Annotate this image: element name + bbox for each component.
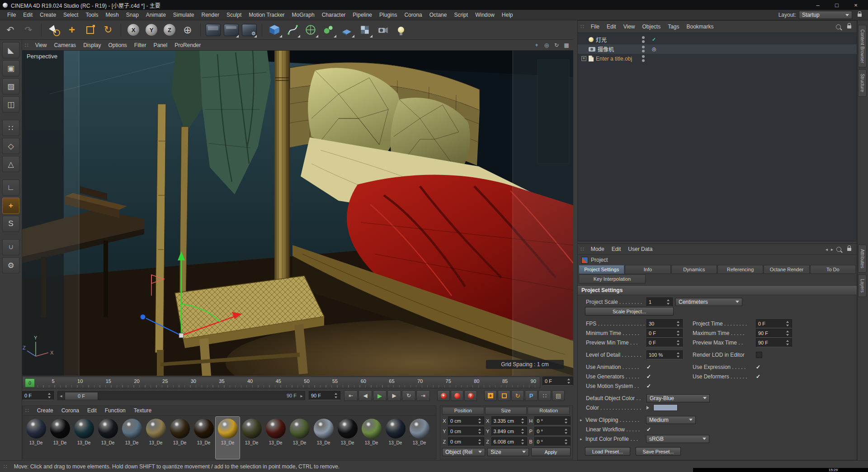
autokey-button[interactable] bbox=[451, 390, 463, 401]
make-editable-button[interactable]: ◣ bbox=[2, 42, 19, 58]
level-of-detail-field[interactable]: 100 % bbox=[646, 350, 683, 359]
lock-y-button[interactable]: Y bbox=[143, 21, 160, 38]
menu-item[interactable]: Snap bbox=[123, 12, 142, 18]
menu-item[interactable]: Edit bbox=[19, 12, 36, 18]
material-item[interactable]: 13_De bbox=[407, 417, 431, 459]
menu-item[interactable]: Script bbox=[450, 12, 472, 18]
next-frame-button[interactable]: ▶ bbox=[387, 390, 401, 401]
add-camera-button[interactable] bbox=[374, 21, 392, 38]
attribute-menu-item[interactable]: Edit bbox=[608, 246, 625, 252]
material-menu-item[interactable]: Create bbox=[33, 407, 57, 414]
menu-item[interactable]: MoGraph bbox=[288, 12, 318, 18]
position-y-field[interactable]: 0 cm bbox=[448, 427, 484, 436]
menu-item[interactable]: Sculpt bbox=[223, 12, 245, 18]
lock-icon[interactable] bbox=[858, 14, 862, 17]
project-time-field[interactable]: 0 F bbox=[756, 319, 792, 328]
default-color-swatch[interactable] bbox=[653, 404, 678, 411]
viewport-menu-item[interactable]: Options bbox=[104, 42, 130, 48]
spinner-icon[interactable] bbox=[334, 393, 338, 398]
object-label[interactable]: 摄像机 bbox=[598, 45, 614, 53]
modeling-settings-button[interactable]: ⚙ bbox=[2, 257, 19, 274]
zoom-view-icon[interactable]: ◎ bbox=[542, 41, 551, 49]
goto-end-button[interactable]: ⇥ bbox=[416, 390, 430, 401]
snapping-button[interactable]: ∩ bbox=[2, 239, 19, 255]
rotation-p-field[interactable]: 0 ° bbox=[534, 427, 571, 436]
material-item[interactable]: 13_De bbox=[72, 417, 96, 459]
attribute-tab[interactable]: Octane Render bbox=[764, 265, 809, 274]
material-item[interactable]: 13_De bbox=[383, 417, 407, 459]
rotation-h-field[interactable]: 0 ° bbox=[534, 416, 571, 425]
attribute-tab[interactable]: Key Interpolation bbox=[579, 274, 646, 283]
redo-button[interactable]: ↷ bbox=[20, 21, 37, 38]
attribute-menu-item[interactable]: User Data bbox=[624, 246, 656, 252]
material-item[interactable]: 13_De bbox=[24, 417, 48, 459]
load-preset-button[interactable]: Load Preset... bbox=[585, 447, 630, 456]
move-tool-button[interactable]: + bbox=[63, 21, 80, 38]
material-menu-item[interactable]: Corona bbox=[57, 407, 83, 414]
default-object-color-dropdown[interactable]: Gray-Blue bbox=[646, 394, 710, 402]
preview-min-field[interactable]: 0 F bbox=[646, 338, 683, 347]
workplane-mode-button[interactable]: ◫ bbox=[2, 96, 19, 113]
add-floor-button[interactable] bbox=[338, 21, 355, 38]
key-point-level-button[interactable]: ∷ bbox=[538, 390, 551, 401]
layout-dropdown[interactable]: Startup bbox=[799, 11, 852, 19]
object-row-camera[interactable]: 摄像机 ◎ bbox=[578, 44, 857, 54]
size-y-field[interactable]: 3.849 cm bbox=[491, 427, 528, 436]
menu-item[interactable]: Plugins bbox=[376, 12, 401, 18]
enable-axis-button[interactable]: + bbox=[2, 198, 19, 214]
slider-thumb[interactable]: 0 F bbox=[65, 392, 98, 400]
render-lod-checkbox[interactable] bbox=[756, 352, 762, 358]
material-item[interactable]: 13_De bbox=[96, 417, 120, 459]
attribute-tab[interactable]: Info bbox=[625, 265, 670, 274]
search-icon[interactable] bbox=[836, 247, 841, 252]
material-item[interactable]: 13_De bbox=[240, 417, 264, 459]
attribute-tab[interactable]: To Do bbox=[810, 265, 856, 274]
size-mode-dropdown[interactable]: Size bbox=[487, 448, 528, 456]
visibility-dots[interactable] bbox=[642, 36, 645, 43]
object-row-light[interactable]: 灯光 ✓ bbox=[578, 35, 857, 44]
scale-tool-button[interactable] bbox=[81, 21, 99, 38]
key-parameter-button[interactable]: P bbox=[525, 390, 538, 401]
visibility-dots[interactable] bbox=[642, 55, 645, 62]
axis-mode-button[interactable]: ∟ bbox=[2, 179, 19, 196]
material-item[interactable]: 13_De bbox=[120, 417, 144, 459]
points-mode-button[interactable]: ∷ bbox=[2, 120, 19, 136]
keyframe-options-button[interactable]: ? bbox=[464, 390, 477, 401]
key-rotation-button[interactable]: ↻ bbox=[511, 390, 524, 401]
live-selection-button[interactable] bbox=[45, 21, 62, 38]
object-label[interactable]: 灯光 bbox=[596, 36, 607, 43]
slider-left-arrow-icon[interactable]: ◂ bbox=[58, 393, 64, 398]
key-position-button[interactable]: + bbox=[484, 390, 497, 401]
maximum-time-field[interactable]: 90 F bbox=[756, 329, 792, 338]
attribute-tab[interactable]: Dynamics bbox=[671, 265, 717, 274]
play-button[interactable]: ▶ bbox=[373, 390, 387, 401]
side-tab[interactable]: Layers bbox=[858, 274, 867, 297]
menu-item[interactable]: Render bbox=[198, 12, 223, 18]
render-picture-viewer-button[interactable] bbox=[222, 21, 240, 38]
spinner-icon[interactable] bbox=[47, 393, 52, 398]
size-x-field[interactable]: 3.335 cm bbox=[491, 416, 528, 425]
attribute-tab[interactable]: Project Settings bbox=[579, 265, 624, 274]
material-item[interactable]: 13_De bbox=[359, 417, 383, 459]
side-tab[interactable]: Content Browser bbox=[858, 25, 867, 67]
attribute-menu-item[interactable]: Mode bbox=[587, 246, 608, 252]
history-forward-icon[interactable]: ▸ bbox=[831, 247, 833, 252]
render-settings-button[interactable]: ⚙ bbox=[241, 21, 258, 38]
object-row-obj[interactable]: + Enter a title.obj bbox=[578, 54, 857, 63]
save-preset-button[interactable]: Save Preset... bbox=[636, 447, 681, 456]
menu-item[interactable]: Animate bbox=[142, 12, 170, 18]
material-item[interactable]: 13_De bbox=[144, 417, 168, 459]
model-mode-button[interactable]: ▣ bbox=[2, 60, 19, 76]
toggle-view-icon[interactable]: ▦ bbox=[562, 41, 571, 49]
project-scale-field[interactable]: 1 bbox=[646, 297, 673, 307]
spinner-icon[interactable] bbox=[567, 378, 571, 384]
lock-icon[interactable] bbox=[847, 25, 851, 28]
viewport-canvas[interactable]: Y X Z Perspective Grid Spacing : 1 cm bbox=[22, 51, 573, 376]
object-manager-tree[interactable]: 灯光 ✓ 摄像机 ◎ + Enter a title.obj bbox=[578, 33, 857, 241]
linear-workflow-checkbox[interactable]: ✓ bbox=[646, 426, 651, 433]
rotate-view-icon[interactable]: ↻ bbox=[552, 41, 561, 49]
menu-item[interactable]: Mesh bbox=[102, 12, 122, 18]
menu-item[interactable]: Select bbox=[60, 12, 82, 18]
material-item[interactable]: 13_De bbox=[168, 417, 192, 459]
texture-mode-button[interactable]: ▨ bbox=[2, 78, 19, 94]
